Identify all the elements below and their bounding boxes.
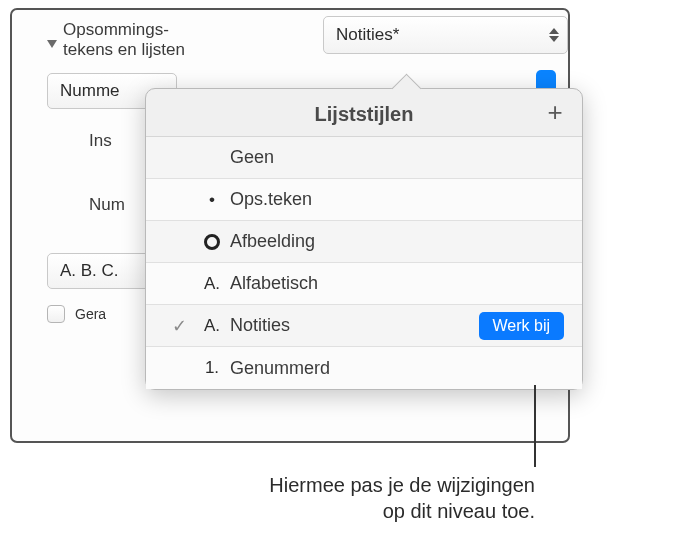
list-item-label: Ops.teken: [230, 189, 564, 210]
section-label-line1: Opsommings-: [63, 20, 169, 39]
ring-icon: [204, 234, 220, 250]
caption-line1: Hiermee pas je de wijzigingen: [269, 474, 535, 496]
list-item-label: Notities: [230, 315, 479, 336]
add-style-button[interactable]: +: [542, 99, 568, 125]
number-format-value: A. B. C.: [60, 261, 119, 281]
section-label: Opsommings- tekens en lijsten: [63, 20, 185, 59]
list-item-geen[interactable]: Geen: [146, 137, 582, 179]
bullet-preview: •: [194, 190, 230, 210]
tiered-checkbox-label: Gera: [75, 306, 106, 322]
svg-marker-0: [549, 28, 559, 34]
list-item-alfabetisch[interactable]: A. Alfabetisch: [146, 263, 582, 305]
bullet-preview: 1.: [194, 358, 230, 378]
callout-line: [534, 385, 536, 467]
bullet-preview: A.: [194, 316, 230, 336]
style-list: Geen • Ops.teken Afbeelding A. Alfabetis…: [146, 136, 582, 389]
disclosure-triangle-icon[interactable]: [47, 40, 57, 48]
tiered-checkbox[interactable]: [47, 305, 65, 323]
chevron-updown-icon: [549, 28, 559, 42]
list-style-popup[interactable]: Notities*: [323, 16, 568, 54]
popover-title: Lijststijlen: [315, 103, 414, 125]
section-label-line2: tekens en lijsten: [63, 40, 185, 59]
svg-marker-1: [549, 36, 559, 42]
list-item-notities[interactable]: ✓ A. Notities Werk bij: [146, 305, 582, 347]
bullet-preview: [194, 234, 230, 250]
list-item-label: Geen: [230, 147, 564, 168]
list-item-afbeelding[interactable]: Afbeelding: [146, 221, 582, 263]
numbering-type-value: Numme: [60, 81, 120, 101]
plus-icon: +: [547, 97, 562, 128]
caption-line2: op dit niveau toe.: [383, 500, 535, 522]
popover-header: Lijststijlen +: [146, 89, 582, 136]
update-style-button[interactable]: Werk bij: [479, 312, 565, 340]
callout-caption: Hiermee pas je de wijzigingen op dit niv…: [0, 472, 535, 524]
list-item-opsteken[interactable]: • Ops.teken: [146, 179, 582, 221]
list-item-genummerd[interactable]: 1. Genummerd: [146, 347, 582, 389]
list-item-label: Genummerd: [230, 358, 564, 379]
checkmark-icon: ✓: [164, 315, 194, 337]
bullet-preview: A.: [194, 274, 230, 294]
list-style-value: Notities*: [336, 25, 399, 45]
list-item-label: Alfabetisch: [230, 273, 564, 294]
list-item-label: Afbeelding: [230, 231, 564, 252]
list-styles-popover: Lijststijlen + Geen • Ops.teken Afbeeldi…: [145, 88, 583, 390]
